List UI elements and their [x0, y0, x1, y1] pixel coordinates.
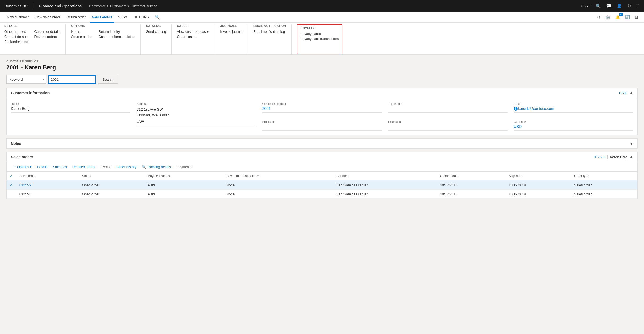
order-history-btn[interactable]: Order history — [114, 164, 139, 170]
source-codes-btn[interactable]: Source codes — [71, 35, 92, 39]
payments-btn[interactable]: Payments — [174, 164, 194, 170]
loyalty-card-transactions-btn[interactable]: Loyalty card transactions — [301, 37, 339, 41]
options-dropdown-btn[interactable]: ··· Options ▾ — [11, 164, 34, 170]
keyword-select-wrapper: Keyword — [6, 75, 46, 84]
send-catalog-btn[interactable]: Send catalog — [146, 30, 166, 34]
refresh-icon-btn[interactable]: 🔄 — [623, 14, 632, 21]
brand-fo: Finance and Operations — [34, 4, 87, 8]
table-row[interactable]: ✓ 012555 Open order Paid None Fabrikam c… — [7, 180, 637, 190]
sales-orders-sub-toolbar: ··· Options ▾ Details Sales tax Detailed… — [7, 162, 637, 172]
brand-d365: Dynamics 365 — [3, 4, 34, 8]
invoice-btn[interactable]: Invoice — [98, 164, 113, 170]
account-field: Customer account 2001 Prospect — [262, 102, 382, 131]
create-case-btn[interactable]: Create case — [177, 35, 210, 39]
prospect-label: Prospect — [262, 120, 382, 123]
options-tab[interactable]: OPTIONS — [131, 12, 152, 23]
notes-header[interactable]: Notes ▼ — [7, 139, 637, 148]
customer-tab[interactable]: CUSTOMER — [90, 12, 114, 23]
view-tab[interactable]: VIEW — [116, 12, 130, 23]
currency-link[interactable]: USD — [619, 91, 626, 95]
address-field: Address 712 1st Ave SW Kirkland, WA 9800… — [136, 102, 256, 131]
sales-orders-table: ✓ Sales order Status Payment status Paym… — [7, 172, 637, 199]
minimize-icon-btn[interactable]: ⊡ — [633, 14, 640, 21]
customer-info-header-right: USD ▲ — [619, 91, 633, 95]
notes-header-right: ▼ — [629, 141, 633, 146]
sales-orders-card: Sales orders 012555 Karen Berg ▲ ··· Opt… — [6, 152, 638, 199]
tracking-btn[interactable]: 🔍 Tracking details — [140, 164, 173, 170]
row-check: ✓ — [7, 180, 16, 190]
other-address-btn[interactable]: Other address — [4, 30, 28, 34]
return-order-button[interactable]: Return order — [64, 12, 89, 23]
chat-icon-btn[interactable]: 💬 — [604, 2, 614, 10]
row-check-icon: ✓ — [10, 183, 13, 187]
row-order-number[interactable]: 012555 — [16, 180, 79, 190]
settings-icon-btn[interactable]: ⚙ — [625, 2, 633, 10]
details-btn[interactable]: Details — [35, 164, 50, 170]
col-payment-status: Payment status — [145, 172, 223, 180]
table-body: ✓ 012555 Open order Paid None Fabrikam c… — [7, 180, 637, 199]
account-value[interactable]: 2001 — [262, 106, 382, 113]
customize-icon-btn[interactable]: ⚙ — [596, 14, 602, 21]
notification-count: 0 — [619, 13, 623, 16]
keyword-select[interactable]: Keyword — [6, 75, 46, 84]
notes-collapse-icon: ▼ — [629, 141, 633, 146]
person-icon-btn[interactable]: 👤 — [615, 2, 624, 10]
loyalty-section-title: LOYALTY — [301, 26, 339, 30]
loyalty-cards-btn[interactable]: Loyalty cards — [301, 32, 339, 36]
table-row[interactable]: 012554 Open order Paid None Fabrikam cal… — [7, 190, 637, 199]
row-status: Open order — [79, 190, 145, 199]
row-channel: Fabrikam call center — [333, 190, 437, 199]
order-link[interactable]: 012555 — [594, 155, 605, 159]
top-bar: Dynamics 365 Finance and Operations Comm… — [0, 0, 644, 12]
dots-icon: ··· — [13, 165, 16, 169]
email-field: Email ikarenb@contoso.com Currency USD — [514, 102, 633, 131]
customer-info-header[interactable]: Customer information USD ▲ — [7, 88, 637, 98]
col-sales-order: Sales order — [16, 172, 79, 180]
customer-details-btn[interactable]: Customer details — [34, 30, 60, 34]
table-header-row: ✓ Sales order Status Payment status Paym… — [7, 172, 637, 180]
view-customer-cases-btn[interactable]: View customer cases — [177, 30, 210, 34]
contact-details-btn[interactable]: Contact details — [4, 35, 28, 39]
email-notification-log-btn[interactable]: Email notification log — [253, 30, 285, 34]
email-value[interactable]: ikarenb@contoso.com — [514, 106, 633, 113]
invoice-journal-btn[interactable]: Invoice journal — [220, 30, 242, 34]
so-collapse-icon: ▲ — [629, 155, 633, 159]
telephone-label: Telephone — [388, 102, 507, 105]
backorder-lines-btn[interactable]: Backorder lines — [4, 40, 28, 44]
details-items: Other address Contact details Backorder … — [4, 30, 60, 44]
customer-item-stats-btn[interactable]: Customer item statistics — [99, 35, 135, 39]
customer-info-card: Customer information USD ▲ Name Karen Be… — [6, 88, 638, 135]
detailed-status-btn[interactable]: Detailed status — [70, 164, 97, 170]
ribbon-section-details: DETAILS Other address Contact details Ba… — [4, 24, 66, 54]
ribbon-section-options: OPTIONS Notes Source codes Return inquir… — [71, 24, 140, 54]
currency-value[interactable]: USD — [514, 124, 633, 131]
extension-label: Extension — [388, 120, 507, 123]
action-search-icon[interactable]: 🔍 — [153, 15, 162, 20]
search-icon-btn[interactable]: 🔍 — [593, 2, 603, 10]
sales-tax-btn[interactable]: Sales tax — [51, 164, 69, 170]
new-sales-order-button[interactable]: New sales order — [33, 12, 63, 23]
return-inquiry-btn[interactable]: Return inquiry — [99, 30, 135, 34]
email-section-title: EMAIL NOTIFICATION — [253, 24, 286, 28]
currency-label: Currency — [514, 120, 633, 123]
col-created-date: Created date — [437, 172, 506, 180]
address-value: 712 1st Ave SW Kirkland, WA 98007 USA — [136, 106, 256, 125]
row-channel: Fabrikam call center — [333, 180, 437, 190]
col-payment-balance: Payment out of balance — [223, 172, 333, 180]
row-status: Open order — [79, 180, 145, 190]
name-value: Karen Berg — [11, 106, 130, 113]
search-button[interactable]: Search — [98, 75, 118, 84]
help-icon-btn[interactable]: ? — [634, 2, 641, 10]
sales-orders-table-container: ✓ Sales order Status Payment status Paym… — [7, 172, 637, 199]
search-bar: Keyword Search — [6, 75, 638, 84]
email-info-icon: i — [514, 107, 518, 111]
sales-orders-header: Sales orders 012555 Karen Berg ▲ — [7, 152, 637, 162]
row-created-date: 10/12/2018 — [437, 180, 506, 190]
office-icon-btn[interactable]: 🏢 — [604, 14, 612, 21]
address-label: Address — [136, 102, 256, 105]
related-orders-btn[interactable]: Related orders — [34, 35, 60, 39]
new-customer-button[interactable]: New customer — [4, 12, 32, 23]
search-input[interactable] — [48, 75, 96, 84]
notes-btn[interactable]: Notes — [71, 30, 92, 34]
top-user: USRT — [581, 4, 590, 8]
